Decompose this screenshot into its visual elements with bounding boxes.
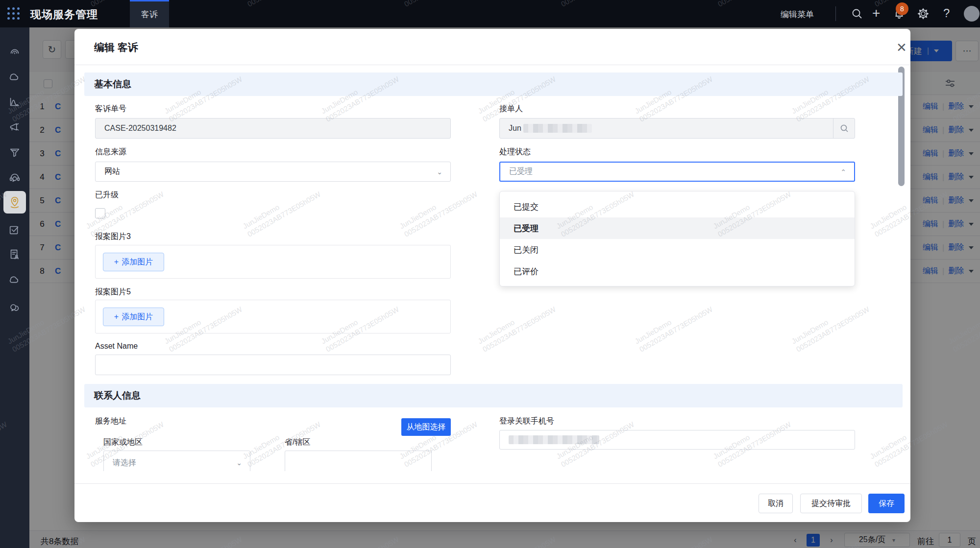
submit-for-approval-button[interactable]: 提交待审批 [800,494,862,513]
gear-icon[interactable] [917,8,929,20]
tab-complaints[interactable]: 客诉 [130,0,169,27]
sidebar [0,27,29,548]
asset-name-label: Asset Name [95,342,138,351]
source-select[interactable]: 网站 ⌄ [95,162,451,182]
image3-upload-box: +添加图片 [95,245,451,279]
assignee-redacted-value [523,124,592,133]
phone-redacted-value [509,435,599,444]
address-label: 服务地址 [95,416,126,427]
source-value: 网站 [104,167,120,177]
section-contact-label: 联系人信息 [94,389,141,402]
save-button[interactable]: 保存 [868,494,905,513]
phone-label: 登录关联手机号 [499,416,554,427]
document-person-icon [8,248,22,262]
fingerprint-icon [8,45,22,58]
app-grid-icon[interactable] [6,6,21,21]
escalated-label: 已升级 [95,190,119,200]
status-option-已受理[interactable]: 已受理 [500,217,855,239]
pick-from-map-label: 从地图选择 [407,422,446,432]
assignee-search-icon[interactable] [833,119,855,138]
save-label: 保存 [879,499,894,509]
modal-footer-divider [74,483,910,484]
image5-upload-box: +添加图片 [95,300,451,334]
country-placeholder: 请选择 [113,458,136,468]
asset-name-input[interactable] [95,355,451,375]
sidebar-item-funnel[interactable] [3,142,26,164]
help-icon[interactable]: ? [943,6,950,20]
province-label: 省/辖区 [285,437,310,448]
source-label: 信息来源 [95,147,126,157]
image3-label: 报案图片3 [95,232,131,242]
status-value: 已受理 [509,167,533,177]
edit-complaint-modal: 编辑 客诉 ✕ 基本信息 客诉单号 CASE-20250319482 接单人 J… [74,29,910,522]
status-option-已关闭[interactable]: 已关闭 [500,239,855,261]
case-no-label: 客诉单号 [95,104,126,114]
sidebar-item-cloud[interactable] [3,66,26,89]
sidebar-item-document-person[interactable] [3,243,26,266]
status-label: 处理状态 [499,147,531,157]
cancel-button[interactable]: 取消 [759,494,793,513]
status-dropdown: 已提交已受理已关闭已评价 [499,191,855,286]
phone-input[interactable] [499,430,855,450]
chat-bubbles-icon [8,301,22,315]
modal-header-divider [74,65,910,65]
modal-title: 编辑 客诉 [94,41,138,54]
assignee-value: Jun [509,124,521,133]
scroll-clip [84,471,893,483]
curve-chart-icon [8,95,22,109]
app-screen: ↻ 1C2C3C4C5C6C7C8C 编辑|删除编辑|删除编辑|删除编辑|删除编… [0,0,980,548]
megaphone-icon [8,120,22,134]
headset-chat-icon [8,171,22,185]
pick-from-map-button[interactable]: 从地图选择 [401,418,451,436]
status-option-已评价[interactable]: 已评价 [500,261,855,282]
sidebar-item-curve-chart[interactable] [3,91,26,113]
image5-add-label: 添加图片 [122,312,153,322]
sidebar-item-check-square[interactable] [3,218,26,241]
image3-add-label: 添加图片 [122,257,153,267]
submit-label: 提交待审批 [811,499,851,509]
sidebar-item-headset-chat[interactable] [3,167,26,189]
status-chevron-up-icon: ⌃ [840,168,846,176]
sidebar-item-location-pin[interactable] [3,191,26,214]
plus-icon: + [114,312,119,321]
sidebar-item-cloud2[interactable] [3,269,26,291]
app-title: 现场服务管理 [30,7,98,22]
image5-add-button[interactable]: +添加图片 [103,308,164,326]
status-select[interactable]: 已受理 ⌃ [499,162,855,182]
cloud2-icon [8,273,22,287]
sidebar-item-megaphone[interactable] [3,116,26,139]
country-label: 国家或地区 [103,437,143,448]
cloud-icon [8,71,22,84]
notification-badge: 8 [896,2,908,15]
tab-label: 客诉 [141,9,158,20]
close-icon[interactable]: ✕ [894,40,909,55]
country-chevron-down-icon: ⌄ [236,459,242,467]
funnel-icon [8,146,22,160]
case-no-input: CASE-20250319482 [95,118,451,139]
location-pin-icon [8,195,22,209]
top-bar: 现场服务管理 客诉 编辑菜单 + 8 ? [0,0,980,27]
assignee-label: 接单人 [499,104,523,114]
assignee-input[interactable]: Jun [499,118,855,139]
sidebar-item-fingerprint[interactable] [3,40,26,63]
image3-add-button[interactable]: +添加图片 [103,253,164,271]
case-no-value: CASE-20250319482 [104,124,176,133]
check-square-icon [8,223,22,237]
plus-icon[interactable]: + [872,5,880,21]
search-icon[interactable] [851,8,863,20]
image5-label: 报案图片5 [95,287,131,297]
edit-menu-button[interactable]: 编辑菜单 [781,9,814,20]
escalated-checkbox[interactable] [95,208,105,218]
source-chevron-down-icon: ⌄ [437,168,442,176]
section-basic-label: 基本信息 [94,78,131,91]
top-bar-divider [835,6,836,21]
plus-icon: + [114,258,119,266]
status-option-已提交[interactable]: 已提交 [500,196,855,217]
cancel-label: 取消 [768,499,784,509]
avatar[interactable] [964,6,980,22]
sidebar-item-chat-bubbles[interactable] [3,297,26,319]
section-contact-info: 联系人信息 [84,384,903,407]
section-basic-info: 基本信息 [84,72,903,96]
